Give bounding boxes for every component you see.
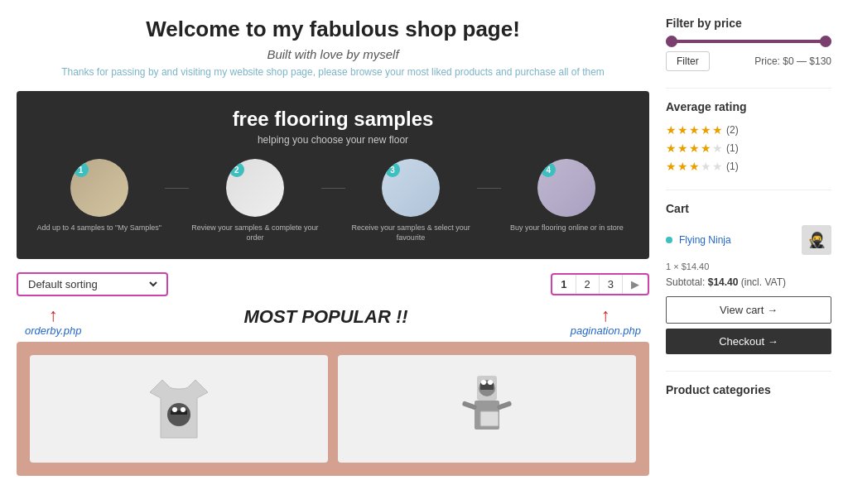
- star-5-empty: ★: [712, 160, 723, 173]
- product-image-1: [30, 355, 328, 463]
- star-2: ★: [677, 123, 688, 137]
- star-1: ★: [666, 142, 677, 155]
- page-button-1[interactable]: 1: [552, 275, 576, 294]
- page-header: Welcome to my fabulous shop page! Built …: [17, 17, 649, 78]
- step-text-3: Receive your samples & select your favou…: [345, 223, 477, 242]
- product-categories-title: Product categories: [666, 383, 831, 396]
- page-subtitle: Built with love by myself: [17, 47, 649, 61]
- main-content: Welcome to my fabulous shop page! Built …: [17, 17, 666, 476]
- subtotal-note: (incl. VAT): [741, 276, 786, 288]
- step-number-3: 3: [385, 162, 400, 177]
- cart-section: Cart Flying Ninja 🥷 1 × $14.40 Subtotal:…: [666, 202, 831, 354]
- star-1: ★: [666, 160, 677, 173]
- star-4: ★: [701, 142, 711, 155]
- price-slider-thumb-right[interactable]: [820, 36, 831, 47]
- svg-point-12: [488, 380, 493, 385]
- tshirt-svg-1: [146, 372, 212, 446]
- annotation-orderby: ↑ orderby.php: [25, 306, 81, 337]
- page-button-3[interactable]: 3: [600, 275, 623, 294]
- star-3: ★: [689, 160, 700, 173]
- rating-count-4: (1): [726, 142, 739, 154]
- step-connector-1: [165, 188, 189, 189]
- cart-item-thumbnail: 🥷: [802, 225, 831, 255]
- star-1: ★: [666, 123, 677, 137]
- view-cart-button[interactable]: View cart →: [666, 296, 831, 324]
- step-text-2: Review your samples & complete your orde…: [189, 223, 320, 242]
- price-slider-thumb-left[interactable]: [666, 36, 677, 47]
- promo-banner: free flooring samples helping you choose…: [17, 91, 649, 259]
- cart-item-quantity: 1 × $14.40: [666, 262, 831, 271]
- step-circle-1: 1: [70, 159, 128, 217]
- arrow-up-icon: ↑: [49, 306, 58, 324]
- step-circle-3: 3: [382, 159, 440, 217]
- price-slider-fill: [666, 40, 831, 43]
- banner-step-1: 1 Add up to 4 samples to "My Samples": [33, 159, 165, 233]
- star-5-empty: ★: [712, 142, 723, 155]
- sidebar-divider-2: [666, 190, 831, 190]
- star-5: ★: [712, 123, 723, 137]
- popular-label: MOST POPULAR !!: [244, 306, 408, 328]
- svg-point-2: [172, 407, 177, 412]
- orderby-label: orderby.php: [25, 324, 81, 337]
- product-card-2[interactable]: [338, 355, 636, 463]
- price-slider-track[interactable]: [666, 40, 831, 43]
- svg-point-11: [481, 380, 486, 385]
- rating-row-5star[interactable]: ★ ★ ★ ★ ★ (2): [666, 123, 831, 137]
- checkout-button[interactable]: Checkout →: [666, 329, 831, 354]
- svg-point-3: [181, 407, 186, 412]
- star-4-empty: ★: [701, 160, 711, 173]
- star-3: ★: [689, 142, 700, 155]
- sort-select-wrapper[interactable]: Default sorting Sort by popularity Sort …: [17, 272, 168, 296]
- annotation-pagination: ↑ pagination.php: [571, 306, 641, 337]
- svg-rect-7: [480, 411, 499, 426]
- sidebar: Filter by price Filter Price: $0 — $130 …: [666, 17, 831, 476]
- filter-button[interactable]: Filter: [666, 51, 710, 71]
- cart-title: Cart: [666, 202, 831, 215]
- subtotal-label: Subtotal:: [666, 276, 705, 288]
- cart-item-dot: [666, 237, 672, 243]
- arrow-up-icon-2: ↑: [601, 306, 610, 324]
- rating-row-3star[interactable]: ★ ★ ★ ★ ★ (1): [666, 160, 831, 173]
- pagination-label: pagination.php: [571, 324, 641, 337]
- filter-row: Filter Price: $0 — $130: [666, 51, 831, 71]
- toolbar: Default sorting Sort by popularity Sort …: [17, 272, 649, 296]
- filter-by-price-section: Filter by price Filter Price: $0 — $130: [666, 17, 831, 71]
- step-circle-2: 2: [226, 159, 284, 217]
- page-description: Thanks for passing by and visiting my we…: [17, 66, 649, 78]
- stars-3: ★ ★ ★ ★ ★: [666, 160, 723, 173]
- banner-step-3: 3 Receive your samples & select your fav…: [345, 159, 477, 242]
- star-4: ★: [701, 123, 711, 137]
- step-number-1: 1: [74, 162, 89, 177]
- products-grid: [30, 355, 636, 463]
- sort-select[interactable]: Default sorting Sort by popularity Sort …: [25, 277, 160, 291]
- subtotal-value: $14.40: [708, 276, 739, 288]
- stars-5: ★ ★ ★ ★ ★: [666, 123, 723, 137]
- product-image-2: [338, 355, 636, 463]
- step-text-1: Add up to 4 samples to "My Samples": [33, 223, 165, 233]
- step-connector-3: [477, 188, 501, 189]
- page-title: Welcome to my fabulous shop page!: [17, 17, 649, 42]
- rating-row-4star[interactable]: ★ ★ ★ ★ ★ (1): [666, 142, 831, 155]
- banner-steps: 1 Add up to 4 samples to "My Samples" 2 …: [33, 159, 633, 242]
- banner-step-4: 4 Buy your flooring online or in store: [501, 159, 633, 233]
- page-button-2[interactable]: 2: [576, 275, 600, 294]
- banner-subtitle: helping you choose your new floor: [33, 134, 633, 146]
- price-range-text: Price: $0 — $130: [754, 55, 831, 67]
- cart-subtotal: Subtotal: $14.40 (incl. VAT): [666, 276, 831, 288]
- sidebar-divider-1: [666, 88, 831, 89]
- banner-title: free flooring samples: [33, 108, 633, 131]
- product-card-1[interactable]: [30, 355, 328, 463]
- annotation-row: ↑ orderby.php MOST POPULAR !! ↑ paginati…: [17, 306, 649, 337]
- pagination: 1 2 3 ▶: [551, 273, 649, 295]
- stars-4: ★ ★ ★ ★ ★: [666, 142, 723, 155]
- ninja-svg-2: [454, 372, 520, 446]
- star-2: ★: [677, 160, 688, 173]
- rating-count-3: (1): [726, 161, 739, 172]
- star-3: ★: [689, 123, 700, 137]
- step-connector-2: [321, 188, 345, 189]
- products-area: [17, 342, 649, 476]
- cart-item-name[interactable]: Flying Ninja: [679, 234, 795, 246]
- page-button-next[interactable]: ▶: [623, 275, 648, 294]
- average-rating-title: Average rating: [666, 100, 831, 113]
- rating-count-5: (2): [726, 124, 739, 136]
